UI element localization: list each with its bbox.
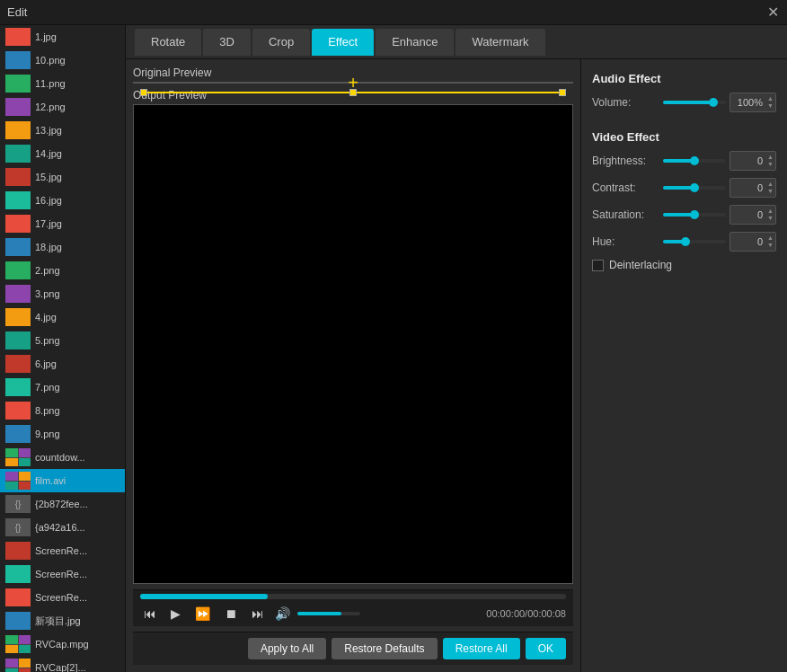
sidebar-item[interactable]: {}{a942a16...	[0, 516, 125, 539]
volume-slider-control[interactable]	[663, 101, 726, 104]
tab-effect[interactable]: Effect	[312, 29, 374, 56]
contrast-slider[interactable]	[663, 186, 726, 190]
volume-slider[interactable]	[297, 612, 360, 615]
seek-end-button[interactable]: ⏭	[248, 605, 268, 623]
sidebar-item[interactable]: 1.jpg	[0, 25, 125, 49]
sidebar-item[interactable]: 11.png	[0, 72, 125, 95]
sidebar-item[interactable]: 12.png	[0, 95, 125, 119]
sidebar-item[interactable]: 17.jpg	[0, 212, 125, 235]
sidebar-filename: 8.png	[35, 405, 60, 416]
play-button[interactable]: ▶	[167, 605, 184, 623]
sidebar-filename: 12.png	[35, 102, 66, 112]
ok-button[interactable]: OK	[526, 638, 566, 659]
sidebar-item[interactable]: ScreenRe...	[0, 586, 125, 609]
sidebar-item[interactable]: RVCap[2]...	[0, 656, 125, 672]
stop-button[interactable]: ⏹	[221, 605, 241, 623]
sidebar-item[interactable]: 3.png	[0, 282, 125, 305]
crop-handle-mr[interactable]	[559, 89, 566, 96]
tab-watermark[interactable]: Watermark	[455, 29, 544, 56]
hue-value-box[interactable]: 0 ▲ ▼	[730, 232, 776, 252]
brightness-slider[interactable]	[663, 159, 726, 163]
saturation-thumb[interactable]	[690, 210, 699, 219]
sidebar-item[interactable]: 6.jpg	[0, 352, 125, 376]
deinterlacing-label: Deinterlacing	[609, 259, 672, 271]
sidebar-filename: 新项目.jpg	[35, 615, 81, 628]
crop-handle-ml[interactable]	[140, 89, 147, 96]
hue-up-arrow[interactable]: ▲	[767, 234, 774, 242]
volume-value-box[interactable]: 100% ▲ ▼	[730, 93, 776, 112]
apply-all-button[interactable]: Apply to All	[248, 638, 326, 659]
hue-down-arrow[interactable]: ▼	[767, 242, 774, 249]
sidebar-item[interactable]: countdow...	[0, 446, 125, 469]
restore-defaults-button[interactable]: Restore Defaults	[332, 638, 437, 659]
sidebar-item[interactable]: RVCap.mpg	[0, 632, 125, 656]
hue-value: 0	[757, 236, 763, 247]
brightness-down-arrow[interactable]: ▼	[767, 161, 774, 168]
restore-all-button[interactable]: Restore All	[443, 638, 520, 659]
volume-row: Volume: 100% ▲ ▼	[592, 93, 776, 112]
saturation-slider[interactable]	[663, 213, 726, 217]
sidebar-item[interactable]: 13.jpg	[0, 119, 125, 142]
sidebar-item[interactable]: 10.png	[0, 49, 125, 72]
brightness-thumb[interactable]	[690, 156, 699, 165]
saturation-up-arrow[interactable]: ▲	[767, 208, 774, 215]
sidebar-item[interactable]: 16.jpg	[0, 189, 125, 212]
hue-row: Hue: 0 ▲ ▼	[592, 232, 776, 252]
content-area: Rotate3DCropEffectEnhanceWatermark Origi…	[126, 25, 787, 672]
tab-rotate[interactable]: Rotate	[135, 29, 201, 56]
saturation-down-arrow[interactable]: ▼	[767, 215, 774, 222]
sidebar-item[interactable]: 2.png	[0, 259, 125, 282]
sidebar-item[interactable]: 18.jpg	[0, 235, 125, 259]
output-preview-section: Output Preview	[133, 89, 573, 584]
sidebar-item[interactable]: 7.png	[0, 376, 125, 399]
saturation-spin[interactable]: ▲ ▼	[767, 208, 774, 222]
hue-thumb[interactable]	[681, 237, 690, 246]
sidebar-item[interactable]: 新项目.jpg	[0, 609, 125, 632]
tab-enhance[interactable]: Enhance	[376, 29, 454, 56]
close-button[interactable]: ✕	[765, 5, 780, 20]
brightness-value-box[interactable]: 0 ▲ ▼	[730, 151, 776, 171]
hue-slider[interactable]	[663, 240, 726, 243]
sidebar-item[interactable]: 4.jpg	[0, 305, 125, 329]
sidebar-filename: {a942a16...	[35, 522, 85, 533]
sidebar-item[interactable]: 14.jpg	[0, 142, 125, 165]
sidebar-item[interactable]: ScreenRe...	[0, 562, 125, 586]
main-container: 1.jpg10.png11.png12.png13.jpg14.jpg15.jp…	[0, 25, 787, 672]
contrast-up-arrow[interactable]: ▲	[767, 181, 774, 188]
deinterlacing-checkbox[interactable]	[592, 260, 604, 271]
brightness-up-arrow[interactable]: ▲	[767, 154, 774, 161]
sidebar-item[interactable]: ScreenRe...	[0, 539, 125, 562]
sidebar-item[interactable]: 15.jpg	[0, 165, 125, 189]
volume-fill	[297, 612, 341, 615]
sidebar-item[interactable]: 8.png	[0, 399, 125, 422]
sidebar-item[interactable]: 5.png	[0, 329, 125, 352]
sidebar-filename: ScreenRe...	[35, 569, 87, 579]
tab-crop[interactable]: Crop	[252, 29, 310, 56]
contrast-value-box[interactable]: 0 ▲ ▼	[730, 178, 776, 198]
video-effect-section: Video Effect Brightness: 0 ▲ ▼	[592, 130, 776, 271]
volume-down-arrow[interactable]: ▼	[767, 102, 774, 110]
contrast-down-arrow[interactable]: ▼	[767, 188, 774, 195]
contrast-value: 0	[757, 182, 763, 193]
tab-3d[interactable]: 3D	[203, 29, 251, 56]
progress-track[interactable]	[140, 594, 566, 599]
seek-start-button[interactable]: ⏮	[140, 605, 160, 623]
sidebar-item[interactable]: film.avi	[0, 469, 125, 492]
contrast-spin[interactable]: ▲ ▼	[767, 181, 774, 195]
sidebar-item[interactable]: {}{2b872fee...	[0, 492, 125, 516]
volume-spin[interactable]: ▲ ▼	[767, 95, 774, 110]
sidebar-filename: 9.png	[35, 429, 60, 439]
fast-forward-button[interactable]: ⏩	[191, 605, 214, 623]
volume-up-arrow[interactable]: ▲	[767, 95, 774, 102]
brightness-spin[interactable]: ▲ ▼	[767, 154, 774, 168]
contrast-thumb[interactable]	[690, 183, 699, 192]
brightness-value: 0	[757, 155, 763, 166]
hue-label: Hue:	[592, 235, 659, 248]
hue-spin[interactable]: ▲ ▼	[767, 234, 774, 249]
audio-effect-title: Audio Effect	[592, 72, 776, 85]
saturation-value-box[interactable]: 0 ▲ ▼	[730, 205, 776, 225]
output-preview-box	[133, 104, 573, 584]
volume-slider-thumb[interactable]	[709, 98, 718, 107]
sidebar-item[interactable]: 9.png	[0, 422, 125, 446]
right-panel: Audio Effect Volume: 100% ▲ ▼	[580, 59, 787, 672]
